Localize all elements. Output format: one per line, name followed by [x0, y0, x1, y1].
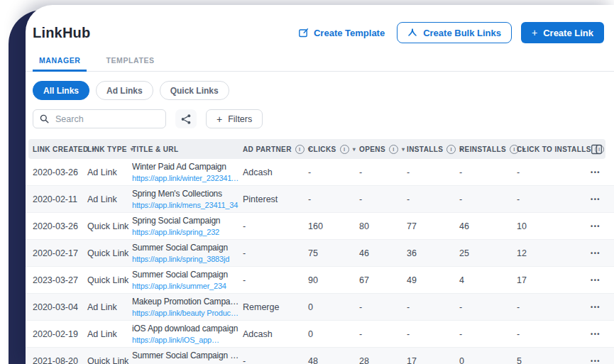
title-url-cell: Summer Social Campaign 2022https://app.l…: [132, 350, 243, 364]
link-type-cell: Ad Link: [87, 302, 132, 312]
tab-bar: MANAGERTEMPLATES: [26, 53, 614, 72]
opens-cell: -: [359, 302, 407, 312]
link-url[interactable]: https://app.link/spring_232: [132, 226, 240, 238]
link-created-cell: 2020-03-26: [33, 167, 87, 177]
share-button[interactable]: [175, 109, 197, 128]
link-title: Spring Social Campaign: [132, 215, 240, 226]
row-actions-button[interactable]: •••: [591, 275, 601, 285]
table-row: 2021-08-20Quick LinkSummer Social Campai…: [26, 348, 614, 364]
search-input[interactable]: [54, 114, 159, 125]
column-settings-button[interactable]: [591, 144, 603, 155]
column-header-reinstalls[interactable]: REINSTALLSi▾: [459, 145, 517, 154]
column-label: TITLE & URL: [132, 145, 179, 153]
link-url[interactable]: https://app.link/8FT5IlgFpyb: [132, 361, 240, 364]
installs-cell: 17: [407, 356, 459, 364]
filters-button[interactable]: + Filters: [206, 109, 263, 128]
column-label: LINK TYPE: [87, 145, 127, 153]
ad-partner-cell: -: [243, 356, 308, 364]
link-url[interactable]: https://app.link/iOS_app…: [132, 334, 240, 346]
header-actions: Create Template Create Bulk Links + Crea…: [295, 22, 604, 43]
column-header-link-created[interactable]: LINK CREATED▾: [33, 145, 87, 153]
column-label: CLICK TO INSTALLS: [517, 145, 591, 153]
columns-icon: [591, 144, 603, 155]
table-row: 2020-03-26Quick LinkSpring Social Campai…: [26, 213, 614, 240]
toolbar: + Filters: [26, 109, 614, 128]
installs-cell: 36: [407, 248, 459, 258]
click-to-installs-cell: 10: [517, 221, 591, 231]
filters-label: Filters: [228, 114, 252, 124]
ad-partner-cell: Remerge: [243, 302, 308, 312]
column-label: OPENS: [359, 145, 385, 153]
tab-manager[interactable]: MANAGER: [33, 53, 87, 71]
link-url[interactable]: https://app.link/winter_232341134: [132, 172, 240, 184]
info-icon: i: [295, 145, 305, 154]
link-created-cell: 2020-03-04: [33, 302, 87, 312]
link-url[interactable]: https://app.link/spring_3883jd: [132, 253, 240, 265]
card-header: LinkHub Create Template: [26, 5, 614, 43]
page-title: LinkHub: [33, 25, 90, 41]
link-created-cell: 2023-03-27: [33, 275, 87, 285]
link-type-cell: Quick Link: [87, 221, 132, 231]
title-url-cell: Summer Social Campaignhttps://app.link/s…: [132, 242, 243, 265]
title-url-cell: Makeup Promotion Campaignhttps://app.lin…: [132, 296, 243, 319]
plus-icon: +: [532, 28, 537, 38]
click-to-installs-cell: -: [517, 167, 591, 177]
row-actions-button[interactable]: •••: [591, 302, 601, 312]
filter-chip-quick-links[interactable]: Quick Links: [160, 81, 229, 100]
row-actions-button[interactable]: •••: [591, 356, 601, 364]
opens-cell: 80: [359, 221, 407, 231]
row-actions-button[interactable]: •••: [591, 221, 601, 231]
link-created-cell: 2020-02-19: [33, 329, 87, 339]
create-link-button[interactable]: + Create Link: [521, 22, 604, 43]
opens-cell: 67: [359, 275, 407, 285]
filter-chip-ad-links[interactable]: Ad Links: [96, 81, 153, 100]
title-url-cell: Spring Men's Collectionshttps://app.link…: [132, 188, 243, 211]
opens-cell: 46: [359, 248, 407, 258]
column-header-title-url: TITLE & URL: [132, 145, 243, 153]
link-url[interactable]: https://app.link/beauty Produc…: [132, 307, 240, 319]
column-header-clicks[interactable]: CLICKSi▾: [308, 145, 359, 154]
create-template-button[interactable]: Create Template: [295, 28, 388, 38]
reinstalls-cell: 4: [459, 275, 517, 285]
ad-partner-cell: Pinterest: [243, 194, 308, 204]
link-type-cell: Ad Link: [87, 167, 132, 177]
clicks-cell: 160: [308, 221, 359, 231]
opens-cell: -: [359, 194, 407, 204]
table-row: 2023-03-27Quick LinkSummer Social Campai…: [26, 267, 614, 294]
search-input-wrapper: [33, 109, 166, 128]
link-title: Summer Social Campaign: [132, 269, 240, 280]
click-to-installs-cell: -: [517, 194, 591, 204]
link-type-cell: Ad Link: [87, 329, 132, 339]
info-icon: i: [340, 145, 349, 154]
create-template-label: Create Template: [314, 28, 385, 38]
reinstalls-cell: 46: [459, 221, 517, 231]
click-to-installs-cell: 12: [517, 248, 591, 258]
link-title: Makeup Promotion Campaign: [132, 296, 240, 307]
column-header-opens[interactable]: OPENSi▾: [359, 145, 407, 154]
link-title: iOS App download campaign: [132, 323, 240, 334]
linkhub-card: LinkHub Create Template: [26, 5, 614, 364]
column-header-installs[interactable]: INSTALLSi▾: [407, 145, 459, 154]
create-bulk-links-button[interactable]: Create Bulk Links: [397, 22, 512, 43]
row-actions-button[interactable]: •••: [591, 248, 601, 258]
create-bulk-links-label: Create Bulk Links: [423, 28, 501, 38]
column-header-link-type[interactable]: LINK TYPE▾: [87, 145, 132, 153]
tab-templates[interactable]: TEMPLATES: [99, 53, 160, 71]
installs-cell: 77: [407, 221, 459, 231]
column-label: AD PARTNER: [243, 145, 292, 153]
row-actions-button[interactable]: •••: [591, 167, 601, 177]
link-url[interactable]: https://app.link/mens_23411_34: [132, 199, 240, 211]
filter-chip-all-links[interactable]: All Links: [33, 81, 89, 100]
column-header-ad-partner[interactable]: AD PARTNERi▾: [243, 145, 308, 154]
title-url-cell: Winter Paid Ad Campaignhttps://app.link/…: [132, 161, 243, 184]
opens-cell: -: [359, 329, 407, 339]
link-url[interactable]: https://app.link/summer_234: [132, 280, 240, 292]
reinstalls-cell: -: [459, 194, 517, 204]
row-actions-button[interactable]: •••: [591, 194, 601, 204]
share-icon: [180, 114, 192, 125]
template-icon: [298, 28, 309, 38]
ad-partner-cell: -: [243, 248, 308, 258]
click-to-installs-cell: 5: [517, 356, 591, 364]
link-type-cell: Quick Link: [87, 248, 132, 258]
row-actions-button[interactable]: •••: [591, 329, 601, 339]
